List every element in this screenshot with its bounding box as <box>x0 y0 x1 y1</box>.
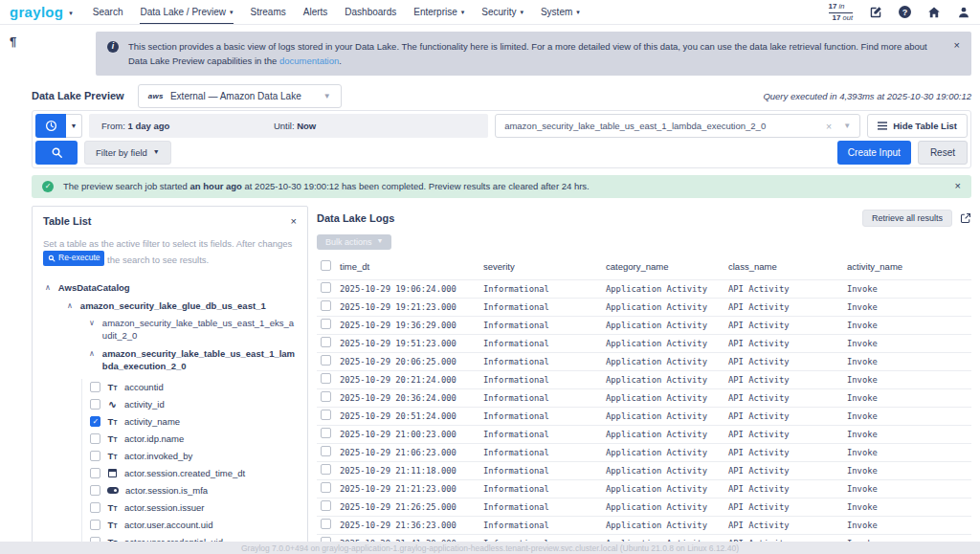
edit-scratchpad-icon[interactable] <box>869 6 882 19</box>
cell-time-dt: 2025-10-29 21:11:18.000 <box>336 461 479 479</box>
column-header[interactable]: class_name <box>724 258 843 280</box>
nav-item[interactable]: Security <box>481 0 523 24</box>
field-checkbox[interactable] <box>90 520 100 530</box>
log-row[interactable]: 2025-10-29 19:51:23.000 Informational Ap… <box>317 334 971 352</box>
log-row[interactable]: 2025-10-29 21:11:18.000 Informational Ap… <box>317 461 971 479</box>
row-checkbox[interactable] <box>321 464 331 475</box>
re-execute-button[interactable]: Re-execute <box>43 251 104 265</box>
open-external-icon[interactable] <box>960 212 971 224</box>
column-header[interactable]: category_name <box>602 258 724 280</box>
log-row[interactable]: 2025-10-29 21:26:25.000 Informational Ap… <box>317 498 971 516</box>
tree-node[interactable]: amazon_security_lake_table_us_east_1_eks… <box>89 315 297 345</box>
field-type-icon <box>106 416 119 427</box>
tree-node[interactable]: amazon_security_lake_glue_db_us_east_1 <box>67 298 297 316</box>
row-checkbox[interactable] <box>321 428 331 438</box>
tree-caret-icon[interactable] <box>89 349 95 373</box>
nav-item[interactable]: Enterprise <box>413 0 464 24</box>
search-button[interactable] <box>35 141 78 165</box>
field-checkbox[interactable] <box>90 485 100 496</box>
graylog-logo[interactable]: graylog <box>10 4 63 20</box>
row-checkbox[interactable] <box>321 319 331 329</box>
field-item[interactable]: activity_name <box>90 413 297 431</box>
data-lake-source-select[interactable]: aws External — Amazon Data Lake ▼ <box>138 84 342 108</box>
log-row[interactable]: 2025-10-29 21:21:23.000 Informational Ap… <box>317 479 971 498</box>
cell-severity: Informational <box>479 479 602 498</box>
clear-table-icon[interactable]: × <box>826 121 832 132</box>
row-checkbox[interactable] <box>321 282 331 293</box>
row-checkbox[interactable] <box>321 355 331 366</box>
logo-menu-caret-icon[interactable]: ▾ <box>69 10 73 17</box>
field-item[interactable]: actor.idp.name <box>90 431 297 448</box>
hide-table-list-button[interactable]: Hide Table List <box>867 114 968 138</box>
table-list-close-icon[interactable]: × <box>291 215 297 228</box>
throughput-counter[interactable]: 17 in 17 out <box>829 2 853 23</box>
column-header[interactable]: activity_name <box>843 258 971 280</box>
nav-item[interactable]: Search <box>93 0 123 24</box>
log-row[interactable]: 2025-10-29 20:51:24.000 Informational Ap… <box>317 407 971 425</box>
home-icon[interactable] <box>927 6 941 19</box>
field-item[interactable]: activity_id <box>90 396 297 413</box>
field-checkbox[interactable] <box>90 382 100 392</box>
field-checkbox[interactable] <box>90 416 100 427</box>
help-icon[interactable]: ? <box>899 6 911 18</box>
log-row[interactable]: 2025-10-29 19:36:29.000 Informational Ap… <box>317 316 971 334</box>
field-item[interactable]: actor.session.created_time_dt <box>90 465 297 482</box>
row-checkbox[interactable] <box>321 410 331 420</box>
log-row[interactable]: 2025-10-29 21:36:23.000 Informational Ap… <box>317 516 971 534</box>
nav-item[interactable]: Streams <box>251 0 286 24</box>
field-checkbox[interactable] <box>90 502 100 513</box>
info-banner-close-icon[interactable]: × <box>954 39 960 52</box>
column-header[interactable]: time_dt <box>336 258 479 280</box>
tree-caret-icon[interactable] <box>89 319 95 343</box>
tree-node[interactable]: amazon_security_lake_table_us_east_1_lam… <box>89 345 297 376</box>
field-item[interactable]: actor.user.account.uid <box>90 517 297 534</box>
nav-item[interactable]: System <box>541 0 580 24</box>
row-checkbox[interactable] <box>321 482 331 493</box>
documentation-link[interactable]: documentation <box>279 55 339 66</box>
row-checkbox[interactable] <box>321 337 331 347</box>
chevron-down-icon[interactable]: ▼ <box>843 122 851 130</box>
tree-caret-icon[interactable] <box>45 283 51 295</box>
time-range-button[interactable] <box>35 114 66 138</box>
row-checkbox[interactable] <box>321 446 331 456</box>
active-table-select[interactable]: amazon_security_lake_table_us_east_1_lam… <box>495 114 860 138</box>
column-header[interactable]: severity <box>479 258 602 280</box>
time-range-display[interactable]: From: 1 day ago Until: Now <box>89 114 488 138</box>
retrieve-all-results-button[interactable]: Retrieve all results <box>862 210 952 227</box>
filter-by-field-button[interactable]: Filter by field ▼ <box>84 141 171 165</box>
log-row[interactable]: 2025-10-29 20:36:24.000 Informational Ap… <box>317 388 971 407</box>
reset-button[interactable]: Reset <box>918 141 968 165</box>
field-item[interactable]: accountid <box>90 379 297 396</box>
field-checkbox[interactable] <box>90 451 100 461</box>
row-checkbox[interactable] <box>321 500 331 511</box>
log-row[interactable]: 2025-10-29 20:06:25.000 Informational Ap… <box>317 352 971 370</box>
row-checkbox[interactable] <box>321 519 331 529</box>
row-checkbox[interactable] <box>321 373 331 384</box>
tree-caret-icon[interactable] <box>67 301 73 313</box>
logs-header-row: time_dt severity category_name class_nam… <box>317 258 971 280</box>
create-input-button[interactable]: Create Input <box>837 141 911 165</box>
log-row[interactable]: 2025-10-29 20:21:24.000 Informational Ap… <box>317 370 971 388</box>
field-checkbox[interactable] <box>90 399 100 410</box>
tree-node[interactable]: AwsDataCatalog <box>45 279 297 298</box>
log-row[interactable]: 2025-10-29 21:06:23.000 Informational Ap… <box>317 443 971 461</box>
field-checkbox[interactable] <box>90 468 100 478</box>
log-row[interactable]: 2025-10-29 21:00:23.000 Informational Ap… <box>317 425 971 443</box>
field-item[interactable]: actor.session.issuer <box>90 499 297 517</box>
cell-activity-name: Invoke <box>843 388 971 407</box>
row-checkbox[interactable] <box>321 391 331 402</box>
banner-close-icon[interactable]: × <box>955 180 961 192</box>
time-range-caret-button[interactable]: ▼ <box>66 114 82 138</box>
select-all-checkbox[interactable] <box>321 260 331 271</box>
nav-item[interactable]: Alerts <box>303 0 328 24</box>
log-row[interactable]: 2025-10-29 19:06:24.000 Informational Ap… <box>317 279 971 298</box>
row-checkbox[interactable] <box>321 300 331 311</box>
field-item[interactable]: actor.session.is_mfa <box>90 482 297 499</box>
field-item[interactable]: actor.invoked_by <box>90 448 297 465</box>
user-account-icon[interactable] <box>957 6 970 19</box>
log-row[interactable]: 2025-10-29 19:21:23.000 Informational Ap… <box>317 298 971 316</box>
cell-severity: Informational <box>479 352 602 370</box>
nav-item[interactable]: Dashboards <box>345 0 396 24</box>
field-checkbox[interactable] <box>90 433 100 444</box>
nav-item[interactable]: Data Lake / Preview <box>140 0 233 24</box>
